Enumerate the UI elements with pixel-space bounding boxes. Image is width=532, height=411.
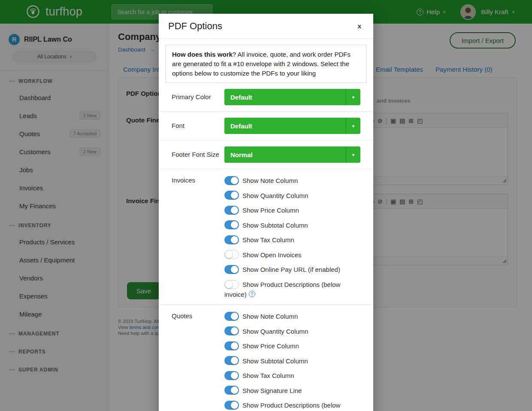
toggle-knob [231,207,238,214]
toggle-label: Show Price Column [242,342,299,350]
select-value: Default [230,94,252,101]
field-label: Invoices [172,175,224,298]
toggle-knob [231,387,238,394]
toggle-row-show-quantity-column: Show Quantity Column [224,326,360,336]
toggle-label: Show Product Descriptions (below invoice… [224,281,340,298]
toggle-row-show-note-column: Show Note Column [224,311,360,321]
modal-title: PDF Options [168,21,355,32]
toggle-knob [231,177,238,184]
toggle-row-show-open-invoices: Show Open Invoices [224,250,360,259]
form-row-footer-font-size: Footer Font SizeNormal▾ [159,140,373,169]
toggle-row-show-signature-line: Show Signature Line [224,385,360,395]
modal-form: Primary ColorDefault▾FontDefault▾Footer … [159,83,373,411]
toggle-knob [231,266,238,273]
toggle-row-show-note-column: Show Note Column [224,175,360,185]
toggle-knob [231,192,238,199]
toggle-show-quantity-column[interactable] [224,326,239,335]
modal-description: How does this work? All invoice, quote, … [165,45,367,83]
toggle-show-tax-column[interactable] [224,371,239,380]
field-label: Primary Color [172,89,224,105]
toggle-label: Show Note Column [242,177,298,184]
toggle-show-signature-line[interactable] [224,386,239,395]
toggle-row-show-tax-column: Show Tax Column [224,234,360,244]
toggle-knob [231,357,238,364]
toggle-row-show-quantity-column: Show Quantity Column [224,190,360,200]
toggle-label: Show Price Column [242,207,299,214]
toggle-show-tax-column[interactable] [224,235,239,244]
toggle-show-note-column[interactable] [224,312,239,321]
toggle-row-show-price-column: Show Price Column [224,341,360,350]
toggle-show-product-descriptions-below-quote[interactable] [224,401,239,410]
toggle-row-show-product-descriptions-below-invoice: Show Product Descriptions (below invoice… [224,279,360,298]
toggle-row-show-subtotal-column: Show Subtotal Column [224,220,360,230]
toggle-knob [231,313,238,320]
caret-down-icon: ▾ [346,89,360,105]
toggle-row-show-price-column: Show Price Column [224,205,360,215]
font-select[interactable]: Default▾ [224,118,360,134]
toggle-label: Show Quantity Column [242,327,308,335]
toggle-knob [231,236,238,244]
toggle-show-product-descriptions-below-invoice[interactable] [224,280,239,289]
select-value: Default [230,122,252,130]
field-control: Show Note ColumnShow Quantity ColumnShow… [224,175,360,298]
field-label: Font [172,118,224,134]
modal-header: PDF Options x [159,14,373,39]
footer-font-size-select[interactable]: Normal▾ [224,146,360,163]
field-control: Show Note ColumnShow Quantity ColumnShow… [224,311,360,411]
toggle-show-note-column[interactable] [224,176,239,185]
toggle-knob [231,342,238,350]
form-row-quotes: QuotesShow Note ColumnShow Quantity Colu… [159,304,373,411]
toggle-row-show-tax-column: Show Tax Column [224,370,360,380]
toggle-row-show-online-pay-url-if-enabled: Show Online Pay URL (if enabled) [224,264,360,274]
help-circle-icon[interactable]: ? [249,291,255,297]
toggle-show-subtotal-column[interactable] [224,356,239,365]
field-control: Default▾ [224,118,360,134]
field-control: Default▾ [224,89,360,105]
toggle-show-price-column[interactable] [224,206,239,215]
form-row-font: FontDefault▾ [159,111,373,140]
toggle-show-price-column[interactable] [224,341,239,350]
caret-down-icon: ▾ [346,118,360,134]
toggle-label: Show Note Column [242,313,298,320]
toggle-knob [225,281,233,288]
close-icon[interactable]: x [355,21,364,31]
toggle-knob [231,221,238,228]
field-label: Footer Font Size [172,146,224,163]
toggle-label: Show Subtotal Column [242,221,308,228]
toggle-label: Show Online Pay URL (if enabled) [242,266,340,273]
toggle-label: Show Subtotal Column [242,357,308,364]
form-row-invoices: InvoicesShow Note ColumnShow Quantity Co… [159,169,373,304]
caret-down-icon: ▾ [346,146,360,163]
primary-color-select[interactable]: Default▾ [224,89,360,105]
toggle-label: Show Product Descriptions (below quote) [224,402,340,411]
toggle-row-show-product-descriptions-below-quote: Show Product Descriptions (below quote)? [224,400,360,411]
toggle-knob [225,251,233,258]
field-label: Quotes [172,311,224,411]
toggle-label: Show Tax Column [242,372,294,379]
toggle-knob [231,402,238,409]
toggle-row-show-subtotal-column: Show Subtotal Column [224,356,360,365]
toggle-show-online-pay-url-if-enabled[interactable] [224,265,239,274]
select-value: Normal [230,151,253,158]
toggle-knob [231,327,238,335]
toggle-show-subtotal-column[interactable] [224,220,239,229]
toggle-label: Show Tax Column [242,236,294,244]
toggle-knob [231,372,238,379]
toggle-show-quantity-column[interactable] [224,191,239,200]
pdf-options-modal: PDF Options x How does this work? All in… [159,14,373,411]
toggle-label: Show Signature Line [242,387,302,394]
toggle-show-open-invoices[interactable] [224,250,239,259]
toggle-label: Show Quantity Column [242,192,308,199]
toggle-label: Show Open Invoices [242,251,302,258]
field-control: Normal▾ [224,146,360,163]
form-row-primary-color: Primary ColorDefault▾ [159,83,373,111]
description-bold: How does this work [172,51,233,58]
